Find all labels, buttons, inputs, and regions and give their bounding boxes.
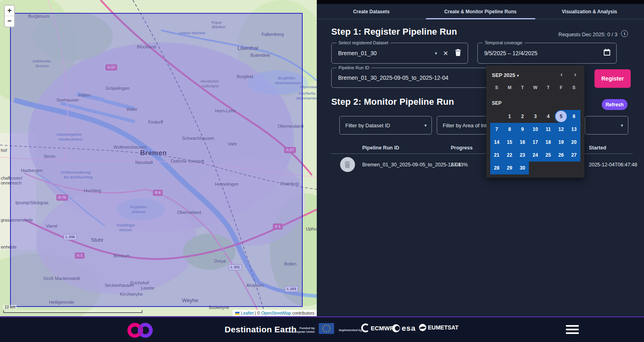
- calendar-day-6[interactable]: 6: [568, 110, 580, 123]
- step1-title: Step 1: Register Pipeline Run: [331, 27, 457, 37]
- ecmwf-logo: ECMWF: [361, 323, 394, 332]
- weekday-label: S: [490, 85, 503, 90]
- tab-create-datasets[interactable]: Create Datasets: [317, 4, 426, 19]
- ecmwf-icon: [361, 323, 369, 332]
- info-icon[interactable]: i: [621, 30, 628, 37]
- calendar-prev-button[interactable]: ‹: [560, 70, 563, 79]
- calendar-day-21[interactable]: 21: [490, 149, 503, 162]
- calendar-weekday-row: SMTWTFS: [490, 85, 580, 90]
- calendar-day-14[interactable]: 14: [490, 136, 503, 149]
- column-header-progress: Progress: [451, 145, 473, 151]
- zoom-out-button[interactable]: −: [5, 16, 14, 27]
- filter-third[interactable]: ▾: [585, 116, 628, 135]
- calendar-day-17[interactable]: 17: [529, 136, 542, 149]
- date-range-picker: SEP 2025▾ ‹ › SMTWTFS SEP 12345678910111…: [486, 66, 584, 178]
- calendar-day-2[interactable]: 2: [516, 110, 529, 123]
- column-header-started: Started: [589, 145, 606, 151]
- map-label: hof: [1, 148, 7, 153]
- calendar-day-9[interactable]: 9: [516, 123, 529, 136]
- calendar-day-23[interactable]: 23: [516, 149, 529, 162]
- dataset-select-field[interactable]: Select registered Dataset Bremen_01_30 ▾…: [331, 43, 468, 64]
- map-zoom-control: + −: [4, 5, 15, 27]
- calendar-day-8[interactable]: 8: [503, 123, 516, 136]
- temporal-coverage-field[interactable]: Temporal coverage 9/5/2025 – 12/4/2025: [477, 43, 617, 64]
- main-panel: Create DatasetsCreate & Monitor Pipeline…: [317, 0, 644, 316]
- register-button[interactable]: Register: [594, 69, 631, 88]
- zoom-in-button[interactable]: +: [5, 6, 14, 16]
- calendar-day-1[interactable]: 1: [503, 110, 516, 123]
- calendar-day-18[interactable]: 18: [542, 136, 555, 149]
- chevron-down-icon[interactable]: ▾: [435, 51, 437, 56]
- row-delete-icon[interactable]: [340, 157, 355, 172]
- calendar-day-empty: [542, 162, 555, 174]
- table-header-divider: [331, 153, 633, 154]
- column-header-run-id: Pipeline Run ID: [362, 145, 399, 151]
- calendar-day-15[interactable]: 15: [503, 136, 516, 149]
- chevron-down-icon: ▾: [517, 73, 519, 78]
- calendar-day-26[interactable]: 26: [555, 149, 568, 162]
- calendar-day-11[interactable]: 11: [542, 123, 555, 136]
- filter-dataset-id-label: Filter by Dataset ID: [345, 122, 390, 129]
- calendar-day-4[interactable]: 4: [542, 110, 555, 123]
- footer: Destination Earth Funded bythe European …: [0, 316, 644, 342]
- calendar-day-20[interactable]: 20: [568, 136, 580, 149]
- esa-logo: esa: [391, 323, 416, 333]
- weekday-label: S: [568, 85, 580, 90]
- openstreetmap-link[interactable]: OpenStreetMap: [261, 311, 291, 315]
- leaflet-link[interactable]: Leaflet: [241, 311, 254, 315]
- calendar-day-19[interactable]: 19: [555, 136, 568, 149]
- weekday-label: F: [555, 85, 568, 90]
- cell-run-id: Bremen_01_30_2025-09-05_to_2025-12-04: [362, 162, 461, 168]
- funded-by-text: Funded bythe European Union: [282, 326, 315, 334]
- chevron-down-icon: ▾: [424, 123, 427, 128]
- calendar-day-3[interactable]: 3: [529, 110, 542, 123]
- map-label: Uphus: [306, 226, 317, 231]
- weekday-label: T: [516, 85, 529, 90]
- top-strip: [317, 0, 644, 4]
- refresh-button[interactable]: Refresh: [602, 99, 627, 110]
- pipeline-run-id-value: Bremen_01_30_2025-09-05_to_2025-12-04: [338, 68, 448, 87]
- calendar-day-empty: [568, 162, 580, 174]
- esa-icon: [391, 323, 401, 333]
- calendar-day-13[interactable]: 13: [568, 123, 580, 136]
- map-scale-bar: 10 km: [3, 303, 142, 313]
- calendar-day-30[interactable]: 30: [516, 162, 529, 174]
- filter-dataset-id[interactable]: Filter by Dataset ID ▾: [339, 116, 432, 135]
- requests-counter: Requests Dec 2025: 0 / 3: [558, 31, 617, 37]
- calendar-day-5[interactable]: 5: [555, 110, 568, 123]
- map-attribution: Leaflet | © OpenStreetMap contributors: [233, 310, 317, 316]
- tab-visualization-analysis[interactable]: Visualization & Analysis: [535, 4, 644, 19]
- calendar-day-25[interactable]: 25: [542, 149, 555, 162]
- chevron-down-icon: ▾: [621, 123, 623, 128]
- temporal-coverage-value: 9/5/2025 – 12/4/2025: [484, 43, 537, 63]
- area-of-interest-rectangle[interactable]: [10, 13, 303, 307]
- calendar-month-selector[interactable]: SEP 2025▾: [492, 72, 519, 78]
- tab-create-monitor-pipeline-runs[interactable]: Create & Monitor Pipeline Runs: [426, 4, 535, 19]
- destination-earth-logo-icon: [119, 321, 167, 342]
- map[interactable]: BurglesumBlocklandFalkenbergLilienthalBu…: [0, 0, 317, 316]
- calendar-next-button[interactable]: ›: [574, 70, 576, 79]
- calendar-day-28[interactable]: 28: [490, 162, 503, 174]
- weekday-label: M: [503, 85, 516, 90]
- step2-title: Step 2: Monitor Pipeline Run: [331, 97, 454, 107]
- scale-line: [3, 310, 142, 313]
- calendar-day-22[interactable]: 22: [503, 149, 516, 162]
- app-root: BurglesumBlocklandFalkenbergLilienthalBu…: [0, 0, 644, 342]
- calendar-day-27[interactable]: 27: [568, 149, 580, 162]
- clear-icon[interactable]: ✕: [443, 50, 448, 57]
- calendar-day-24[interactable]: 24: [529, 149, 542, 162]
- eumetsat-logo: EUMETSAT: [419, 323, 458, 332]
- trash-icon[interactable]: [455, 49, 461, 58]
- calendar-grid: 1234567891011121314151617181920212223242…: [490, 110, 580, 174]
- calendar-day-10[interactable]: 10: [529, 123, 542, 136]
- dataset-select-value: Bremen_01_30: [338, 43, 377, 63]
- menu-icon[interactable]: [566, 325, 579, 336]
- cell-progress: 83.33%: [451, 162, 468, 168]
- calendar-day-12[interactable]: 12: [555, 123, 568, 136]
- calendar-day-16[interactable]: 16: [516, 136, 529, 149]
- calendar-day-7[interactable]: 7: [490, 123, 503, 136]
- eumetsat-icon: [419, 323, 427, 332]
- calendar-day-29[interactable]: 29: [503, 162, 516, 174]
- calendar-icon[interactable]: [603, 49, 611, 58]
- calendar-day-empty: [555, 162, 568, 174]
